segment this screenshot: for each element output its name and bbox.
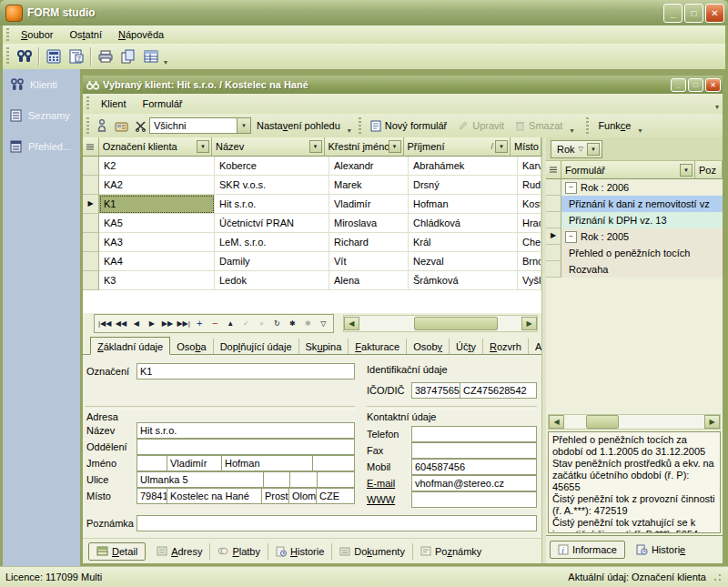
poznamka-field[interactable] — [136, 515, 537, 531]
tab-poznamky[interactable]: Poznámky — [413, 543, 489, 560]
tree-item-row-selected[interactable]: Přiznání k dani z nemovitostí vz — [546, 196, 723, 212]
column-header-oznaceni[interactable]: Označení klienta — [99, 137, 212, 157]
client-filter-combobox[interactable]: Všichni — [149, 117, 251, 134]
first-record-button[interactable]: |◀◀ — [96, 316, 113, 331]
surname-field[interactable]: Hofman — [222, 455, 313, 471]
scrollbar-thumb[interactable] — [414, 317, 498, 330]
functions-button[interactable]: Funkce — [592, 118, 636, 133]
nazev-field[interactable]: Hit s.r.o. — [136, 422, 355, 439]
client-window-title-bar[interactable]: Vybraný klient: Hit s.r.o. / Kostelec na… — [83, 76, 723, 94]
reports-icon[interactable] — [139, 46, 162, 67]
table-row[interactable]: KA3LeM. s.r.o.RichardKrálCheb — [83, 233, 541, 252]
title-field[interactable] — [136, 455, 167, 471]
tab-informace[interactable]: i Informace — [550, 541, 625, 559]
column-header-krestni-jmeno[interactable]: Křestní jméno — [325, 137, 404, 157]
filter-icon[interactable]: ▽ — [316, 316, 331, 331]
scroll-left-icon[interactable]: ◀ — [549, 415, 564, 429]
next-record-button[interactable]: ▶ — [144, 316, 159, 331]
street-no3-field[interactable] — [318, 471, 355, 488]
person-icon[interactable] — [93, 116, 111, 137]
toolbar-grip[interactable] — [6, 47, 9, 66]
copy-icon[interactable] — [116, 46, 139, 67]
minimize-button[interactable]: _ — [663, 4, 682, 23]
www-link-label[interactable]: WWW — [367, 494, 395, 505]
section-overflow-icon[interactable]: ▾ — [638, 127, 642, 137]
grid-corner-icon[interactable] — [83, 137, 99, 157]
suffix-field[interactable] — [313, 455, 355, 471]
tree-group-row[interactable]: −Rok : 2006 — [546, 179, 723, 196]
www-field[interactable] — [411, 491, 537, 508]
tree-item-row[interactable]: Rozvaha — [546, 261, 723, 278]
insert-record-button[interactable]: + — [192, 316, 207, 331]
section-overflow-icon[interactable]: ▾ — [348, 127, 351, 137]
first-name-field[interactable]: Vladimír — [167, 455, 222, 471]
street-field[interactable]: Ulmanka 5 — [136, 471, 264, 488]
grid-horizontal-scrollbar[interactable]: ◀ ▶ — [343, 315, 538, 332]
clients-icon[interactable] — [13, 46, 35, 67]
scroll-left-icon[interactable]: ◀ — [344, 317, 359, 330]
oddeleni-field[interactable] — [136, 439, 355, 455]
prior-record-button[interactable]: ◀ — [128, 316, 144, 331]
street-no2-field[interactable] — [290, 471, 318, 488]
tab-historie-info[interactable]: Historie — [629, 541, 693, 558]
resize-grip[interactable] — [712, 572, 723, 582]
fax-field[interactable] — [411, 442, 537, 459]
chevron-down-icon[interactable] — [309, 140, 322, 153]
scroll-right-icon[interactable]: ▶ — [521, 317, 537, 330]
email-field[interactable]: vhofman@stereo.cz — [411, 475, 537, 491]
tree-item-row[interactable]: Přiznání k DPH vz. 13 — [546, 212, 723, 228]
prior-page-button[interactable]: ◀◀ — [113, 316, 128, 331]
tab-zakladni-udaje[interactable]: Základní údaje — [90, 337, 170, 355]
minimize-button[interactable]: _ — [671, 78, 686, 92]
oznaceni-field[interactable]: K1 — [136, 363, 355, 380]
column-header-poz[interactable]: Poz — [695, 161, 723, 179]
tab-detail[interactable]: Detail — [88, 542, 146, 561]
chevron-down-icon[interactable] — [237, 118, 250, 133]
ico-field[interactable]: 38747565 — [411, 382, 460, 399]
group-by-rok-button[interactable]: Rok ▽ — [551, 140, 602, 158]
forms-horizontal-scrollbar[interactable]: ◀ ▶ — [548, 414, 721, 430]
sidebar-item-seznamy[interactable]: Seznamy — [3, 100, 80, 131]
toolbar-grip[interactable] — [359, 117, 361, 134]
sidebar-item-prehled[interactable]: Přehled... — [3, 131, 80, 162]
edit-record-button[interactable]: ▲ — [223, 316, 238, 331]
street-no-field[interactable] — [264, 471, 290, 488]
tab-historie[interactable]: Historie — [268, 543, 332, 560]
chevron-down-icon[interactable] — [197, 140, 209, 153]
section-overflow-icon[interactable]: ▾ — [570, 127, 573, 137]
tab-ucty[interactable]: Účty — [450, 339, 483, 354]
tree-group-row[interactable]: ▶ −Rok : 2005 — [546, 228, 723, 245]
refresh-button[interactable]: ↻ — [269, 316, 285, 331]
table-row[interactable]: K3LedokAlenaŠrámkováVyšk — [83, 271, 541, 290]
collapse-icon[interactable]: − — [565, 231, 577, 243]
toolbar-grip[interactable] — [586, 117, 589, 134]
chevron-down-icon[interactable] — [680, 164, 693, 177]
toolbar-grip[interactable] — [6, 28, 9, 41]
toolbar-overflow-icon[interactable]: ▾ — [164, 58, 167, 69]
scroll-right-icon[interactable]: ▶ — [704, 415, 720, 429]
region-field[interactable]: Olom — [289, 488, 317, 504]
tab-rozvrh[interactable]: Rozvrh — [483, 339, 529, 354]
menu-klient[interactable]: Klient — [93, 96, 135, 111]
new-form-button[interactable]: Nový formulář — [365, 118, 452, 134]
tab-fakturace[interactable]: Fakturace — [349, 339, 407, 354]
column-header-formular[interactable]: Formulář — [561, 161, 695, 179]
scrollbar-thumb[interactable] — [586, 415, 619, 429]
column-header-misto[interactable]: Místo — [511, 137, 541, 157]
sidebar-item-klienti[interactable]: Klienti — [3, 69, 80, 100]
district-field[interactable]: Prost — [262, 488, 289, 504]
column-header-nazev[interactable]: Název — [212, 137, 324, 157]
print-icon[interactable] — [94, 46, 116, 67]
menu-soubor[interactable]: Soubor — [13, 27, 61, 42]
telefon-field[interactable] — [411, 426, 537, 442]
collapse-icon[interactable]: − — [565, 182, 577, 194]
card-icon[interactable] — [111, 116, 131, 137]
maximize-button[interactable]: □ — [688, 78, 703, 92]
tab-osoba[interactable]: Osoba — [170, 339, 213, 354]
chevron-down-icon[interactable] — [495, 140, 508, 153]
maximize-button[interactable]: □ — [684, 4, 703, 23]
calculator-icon[interactable] — [42, 46, 65, 67]
tab-adresy[interactable]: Adresy — [149, 543, 210, 560]
last-record-button[interactable]: ▶▶| — [175, 316, 191, 331]
zip-field[interactable]: 79841 — [136, 488, 167, 504]
